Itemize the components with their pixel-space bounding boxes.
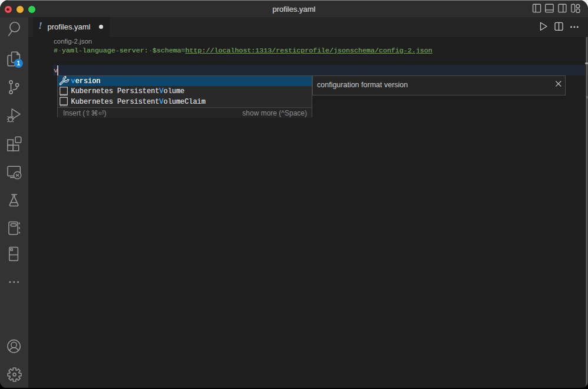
svg-text:1: 1 — [17, 60, 21, 67]
